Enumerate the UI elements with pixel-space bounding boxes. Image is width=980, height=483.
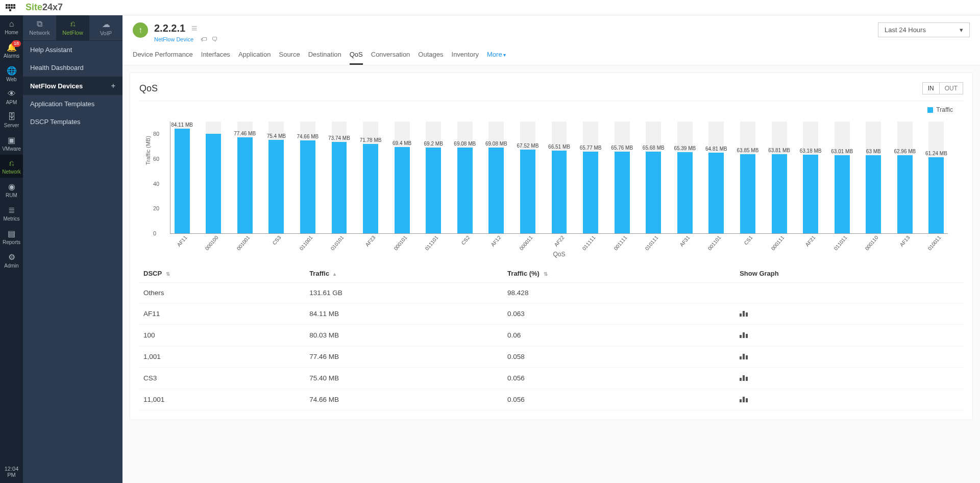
show-graph-icon[interactable] [740,331,748,338]
bar-value-label: 84.11 MB [152,122,213,128]
cell-pct: 0.056 [503,368,736,389]
col-traffic[interactable]: Traffic ▴ [305,264,503,283]
bar-000100[interactable]: 000100 [206,122,221,233]
note-icon[interactable]: 🗨 [212,36,218,43]
show-graph-icon[interactable] [740,352,748,359]
nav-vmware[interactable]: ▣VMware [0,131,23,155]
cell-pct: 0.058 [503,346,736,368]
col-show-graph[interactable]: Show Graph [736,264,963,283]
bar-AF13[interactable]: 62.96 MBAF13 [897,122,913,233]
cell-graph [736,368,963,389]
tab-inventory[interactable]: Inventory [452,51,479,65]
col-traffic-[interactable]: Traffic (%) ⇅ [503,264,736,283]
tab-qos[interactable]: QoS [350,51,363,65]
in-out-toggle[interactable]: IN OUT [922,82,963,94]
bar-000111[interactable]: 63.81 MB000111 [772,122,787,233]
brand-logo[interactable]: Site24x7 [26,2,63,13]
badge: 18 [12,40,21,47]
menu-dscp-templates[interactable]: DSCP Templates [23,113,122,131]
nav-server[interactable]: 🗄Server [0,108,23,131]
tab-destination[interactable]: Destination [308,51,341,65]
chart-legend: Traffic [139,106,963,113]
menu-application-templates[interactable]: Application Templates [23,95,122,113]
x-tick-label: AF11 [176,235,188,248]
nav-admin[interactable]: ⚙Admin [0,248,23,272]
subtab-network[interactable]: ⧉Network [23,15,56,40]
tag-icon[interactable]: 🏷 [201,36,207,43]
bar-000101[interactable]: 69.4 MB000101 [395,122,410,233]
out-button[interactable]: OUT [939,83,963,94]
bar-AF23[interactable]: 71.78 MBAF23 [363,122,378,233]
tab-conversation[interactable]: Conversation [371,51,410,65]
bar-000011[interactable]: 67.52 MB000011 [520,122,535,233]
menu-help-assistant[interactable]: Help Assistant [23,41,122,59]
nav-rum[interactable]: ◉RUM [0,178,23,201]
bar-010111[interactable]: 65.68 MB010111 [646,122,661,233]
menu-icon[interactable]: ≡ [191,22,198,34]
bar-011011[interactable]: 63.01 MB011011 [835,122,850,233]
main-content: ↑ 2.2.2.1 ≡ NetFlow Device 🏷🗨 Last 24 Ho… [122,15,980,483]
bar-AF21[interactable]: 63.18 MBAF21 [803,122,818,233]
in-button[interactable]: IN [923,83,939,94]
cell-pct: 0.056 [503,389,736,410]
y-tick: 60 [153,156,159,162]
timerange-select[interactable]: Last 24 Hours▾ [878,22,970,37]
cell-traffic: 131.61 GB [305,283,503,303]
tab-outages[interactable]: Outages [418,51,443,65]
subtab-netflow[interactable]: ⎌NetFlow [56,15,89,40]
bar-CS1[interactable]: 63.85 MBCS1 [740,122,755,233]
x-tick-label: CS3 [272,235,282,246]
x-tick-label: 001001 [235,235,251,252]
tab-source[interactable]: Source [279,51,300,65]
menu-health-dashboard[interactable]: Health Dashboard [23,59,122,77]
nav-apm[interactable]: 👁APM [0,85,23,108]
top-bar: Site24x7 [0,0,980,15]
bar-010011[interactable]: 61.24 MB010011 [928,122,944,233]
reports-icon: ▤ [0,229,23,238]
show-graph-icon[interactable] [740,395,748,402]
col-dscp[interactable]: DSCP ⇅ [139,264,305,283]
x-tick-label: 001101 [707,235,722,252]
bar-AF11[interactable]: 84.11 MBAF11 [175,122,190,233]
cell-traffic: 75.40 MB [305,368,503,389]
tab-device-performance[interactable]: Device Performance [133,51,193,65]
home-icon: ⌂ [0,19,23,29]
subtab-voip[interactable]: ☁VoIP [89,15,122,40]
nav-network[interactable]: ⎌Network [0,155,23,178]
x-tick-label: AF21 [804,235,817,248]
page-header: ↑ 2.2.2.1 ≡ NetFlow Device 🏷🗨 Last 24 Ho… [122,15,980,65]
tab-more[interactable]: More [487,51,506,65]
cell-traffic: 80.03 MB [305,325,503,346]
table-row: 1,00177.46 MB0.058 [139,346,963,368]
menu-netflow-devices[interactable]: NetFlow Devices+ [23,77,122,95]
network-icon: ⧉ [23,19,56,29]
show-graph-icon[interactable] [740,374,748,381]
bar-011111[interactable]: 65.77 MB011111 [583,122,598,233]
sort-icon: ⇅ [544,271,548,277]
nav-alarms[interactable]: 🔔Alarms18 [0,38,23,62]
add-icon[interactable]: + [111,82,115,90]
bar-CS2[interactable]: 69.08 MBCS2 [457,122,473,233]
page-title: 2.2.2.1 ≡ [154,22,218,34]
bar-001101[interactable]: 64.81 MB001101 [708,122,724,233]
device-type-link[interactable]: NetFlow Device [154,36,193,42]
show-graph-icon[interactable] [740,309,748,317]
x-tick-label: 011001 [298,235,313,252]
status-up-icon[interactable]: ↑ [133,22,148,38]
bar-AF22[interactable]: 66.51 MBAF22 [552,122,567,233]
nav-home[interactable]: ⌂Home [0,15,23,38]
table-row: CS375.40 MB0.056 [139,368,963,389]
nav-web[interactable]: 🌐Web [0,62,23,85]
nav-metrics[interactable]: ≣Metrics [0,201,23,225]
bar-AF12[interactable]: 69.08 MBAF12 [488,122,504,233]
bar-AF31[interactable]: 65.39 MBAF31 [677,122,693,233]
qos-table: DSCP ⇅Traffic ▴Traffic (%) ⇅Show Graph O… [139,264,963,410]
bar-001111[interactable]: 65.76 MB001111 [615,122,630,233]
tab-application[interactable]: Application [238,51,271,65]
bar-011101[interactable]: 69.2 MB011101 [426,122,441,233]
apps-icon[interactable] [5,3,15,13]
tab-interfaces[interactable]: Interfaces [201,51,230,65]
nav-reports[interactable]: ▤Reports [0,225,23,248]
y-axis-label: Traffic (MB) [145,136,151,165]
bar-000110[interactable]: 63 MB000110 [866,122,881,233]
